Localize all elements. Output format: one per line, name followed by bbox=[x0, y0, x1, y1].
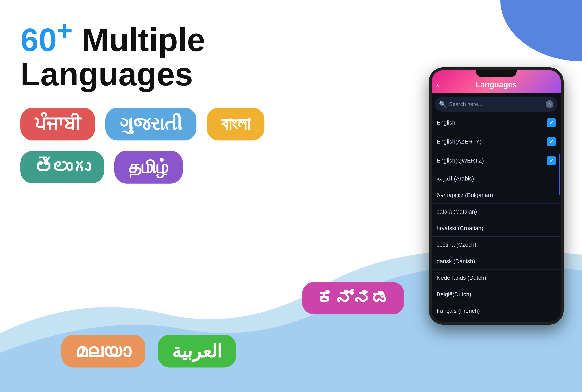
language-list: English ✓ English(AZERTY) ✓ English(QWER… bbox=[432, 113, 561, 322]
lang-name-croatian: hrvatski (Croatian) bbox=[436, 225, 483, 232]
lang-name-english-qwertz: English(QWERTZ) bbox=[436, 158, 484, 164]
number: 60 bbox=[20, 22, 57, 58]
badge-tamil: தமிழ் bbox=[114, 151, 183, 184]
lang-name-english-azerty: English(AZERTY) bbox=[436, 138, 482, 145]
language-badges: ਪੰਜਾਬੀ ગુજરાતી বাংলা తెలుగు தமிழ் bbox=[20, 108, 398, 184]
badge-gujarati: ગુજરાતી bbox=[105, 108, 196, 140]
lang-name-french: français (French) bbox=[436, 308, 480, 314]
lang-item-catalan[interactable]: català (Catalan) bbox=[432, 204, 561, 220]
badge-punjabi: ਪੰਜਾਬੀ bbox=[20, 108, 95, 140]
phone-mockup: ‹ Languages 🔍 Search here... ✕ English ✓ bbox=[429, 68, 564, 324]
lang-item-danish[interactable]: dansk (Danish) bbox=[432, 253, 561, 270]
search-placeholder: Search here... bbox=[449, 101, 543, 108]
superscript: + bbox=[57, 15, 73, 46]
number-highlight: 60+ bbox=[20, 22, 73, 58]
badge-bangla: বাংলা bbox=[207, 108, 264, 140]
lang-item-croatian[interactable]: hrvatski (Croatian) bbox=[432, 220, 561, 237]
lang-item-french[interactable]: français (French) bbox=[432, 303, 561, 319]
badge-telugu: తెలుగు bbox=[20, 151, 104, 183]
search-bar[interactable]: 🔍 Search here... ✕ bbox=[435, 96, 558, 112]
check-english-qwertz: ✓ bbox=[547, 156, 556, 165]
check-english: ✓ bbox=[547, 118, 556, 127]
bottom-badges: മലയാ العربية bbox=[61, 335, 236, 368]
right-panel: ‹ Languages 🔍 Search here... ✕ English ✓ bbox=[419, 0, 582, 392]
badge-malayalam: മലയാ bbox=[61, 335, 146, 368]
badge-row-2: తెలుగు தமிழ் bbox=[20, 151, 398, 184]
lang-item-arabic[interactable]: العربية (Arabic) bbox=[432, 170, 561, 187]
lang-name-english: English bbox=[436, 120, 456, 126]
back-button[interactable]: ‹ bbox=[436, 81, 439, 89]
lang-item-dutch[interactable]: Nederlands (Dutch) bbox=[432, 270, 561, 286]
badge-arabic: العربية bbox=[158, 335, 236, 368]
lang-name-dutch-be: België(Dutch) bbox=[436, 291, 471, 298]
lang-name-czech: čeština (Czech) bbox=[436, 242, 476, 248]
lang-item-english-azerty[interactable]: English(AZERTY) ✓ bbox=[432, 132, 561, 151]
phone-notch bbox=[476, 70, 517, 77]
search-clear-button[interactable]: ✕ bbox=[546, 100, 554, 108]
lang-name-catalan: català (Catalan) bbox=[436, 208, 477, 215]
search-icon: 🔍 bbox=[439, 101, 446, 108]
lang-item-dutch-be[interactable]: België(Dutch) bbox=[432, 286, 561, 303]
lang-name-dutch: Nederlands (Dutch) bbox=[436, 274, 486, 281]
lang-name-arabic: العربية (Arabic) bbox=[436, 175, 474, 182]
lang-item-english-qwertz[interactable]: English(QWERTZ) ✓ bbox=[432, 151, 561, 170]
scrollbar[interactable] bbox=[559, 154, 560, 195]
badge-kannada: ಕನ್ನಡ bbox=[302, 282, 404, 314]
badge-row-1: ਪੰਜਾਬੀ ગુજરાતી বাংলা bbox=[20, 108, 398, 140]
lang-name-danish: dansk (Danish) bbox=[436, 258, 475, 264]
word2: Languages bbox=[20, 56, 193, 92]
lang-item-bulgarian[interactable]: български (Bulgarian) bbox=[432, 187, 561, 204]
lang-item-czech[interactable]: čeština (Czech) bbox=[432, 237, 561, 253]
phone-screen: ‹ Languages 🔍 Search here... ✕ English ✓ bbox=[432, 70, 561, 322]
app-title: Languages bbox=[476, 80, 517, 89]
left-panel: 60+ MultipleLanguages ਪੰਜਾਬੀ ગુજરાતી বাং… bbox=[0, 0, 419, 392]
check-english-azerty: ✓ bbox=[547, 137, 556, 146]
headline: 60+ MultipleLanguages bbox=[20, 16, 398, 91]
lang-item-english[interactable]: English ✓ bbox=[432, 113, 561, 132]
word1: Multiple bbox=[82, 22, 205, 58]
lang-name-bulgarian: български (Bulgarian) bbox=[436, 192, 493, 198]
